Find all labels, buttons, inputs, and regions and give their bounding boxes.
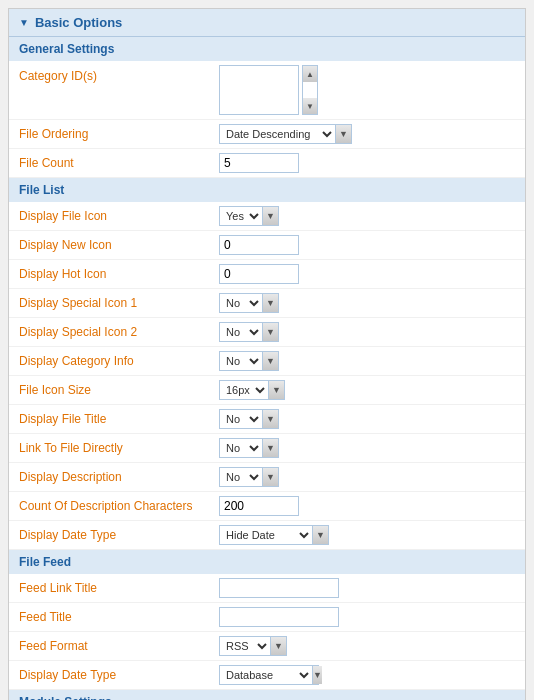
label-display-file-icon: Display File Icon — [19, 209, 219, 223]
control-count-description — [219, 496, 299, 516]
label-feed-link-title: Feed Link Title — [19, 581, 219, 595]
select-wrap-feed-format[interactable]: RSSAtom ▼ — [219, 636, 287, 656]
label-file-icon-size: File Icon Size — [19, 383, 219, 397]
form-row-display-description: Display Description NoYes ▼ — [9, 463, 525, 492]
select-wrap-special-icon1[interactable]: NoYes ▼ — [219, 293, 279, 313]
select-btn-display-file-icon[interactable]: ▼ — [262, 207, 278, 225]
control-feed-format: RSSAtom ▼ — [219, 636, 287, 656]
select-btn-special-icon1[interactable]: ▼ — [262, 294, 278, 312]
category-scroll-buttons: ▲ ▼ — [302, 65, 318, 115]
label-display-date-type-filelist: Display Date Type — [19, 528, 219, 542]
control-feed-link-title — [219, 578, 339, 598]
label-display-special-icon2: Display Special Icon 2 — [19, 325, 219, 339]
select-btn-display-description[interactable]: ▼ — [262, 468, 278, 486]
form-row-display-file-icon: Display File Icon YesNo ▼ — [9, 202, 525, 231]
select-btn-special-icon2[interactable]: ▼ — [262, 323, 278, 341]
form-row-feed-link-title: Feed Link Title — [9, 574, 525, 603]
form-row-file-count: File Count — [9, 149, 525, 178]
select-wrap-display-file-icon[interactable]: YesNo ▼ — [219, 206, 279, 226]
label-display-description: Display Description — [19, 470, 219, 484]
select-wrap-special-icon2[interactable]: NoYes ▼ — [219, 322, 279, 342]
form-row-file-ordering: File Ordering Date Descending Date Ascen… — [9, 120, 525, 149]
label-display-new-icon: Display New Icon — [19, 238, 219, 252]
label-file-ordering: File Ordering — [19, 127, 219, 141]
control-file-count — [219, 153, 299, 173]
label-feed-format: Feed Format — [19, 639, 219, 653]
section-general: General Settings — [9, 37, 525, 61]
select-btn-category-info[interactable]: ▼ — [262, 352, 278, 370]
label-link-to-file: Link To File Directly — [19, 441, 219, 455]
control-display-category-info: NoYes ▼ — [219, 351, 279, 371]
select-special-icon2[interactable]: NoYes — [220, 323, 262, 341]
form-row-category-ids: Category ID(s) ▲ ▼ — [9, 61, 525, 120]
select-wrap-display-description[interactable]: NoYes ▼ — [219, 467, 279, 487]
control-display-new-icon — [219, 235, 299, 255]
input-display-new-icon[interactable] — [219, 235, 299, 255]
category-scroll-box[interactable] — [219, 65, 299, 115]
select-display-description[interactable]: NoYes — [220, 468, 262, 486]
basic-options-panel: ▼ Basic Options General Settings Categor… — [8, 8, 526, 700]
control-link-to-file: NoYes ▼ — [219, 438, 279, 458]
select-wrap-file-icon-size[interactable]: 16px24px32px ▼ — [219, 380, 285, 400]
form-row-display-date-type-filelist: Display Date Type Hide DateCreated DateM… — [9, 521, 525, 550]
control-display-description: NoYes ▼ — [219, 467, 279, 487]
select-wrap-category-info[interactable]: NoYes ▼ — [219, 351, 279, 371]
label-count-description: Count Of Description Characters — [19, 499, 219, 513]
label-display-file-title: Display File Title — [19, 412, 219, 426]
label-category-ids: Category ID(s) — [19, 65, 219, 83]
select-date-type-feed[interactable]: DatabaseCreated DateModified Date — [220, 666, 312, 684]
collapse-icon[interactable]: ▼ — [19, 17, 29, 28]
select-btn-file-ordering[interactable]: ▼ — [335, 125, 351, 143]
form-row-feed-title: Feed Title — [9, 603, 525, 632]
select-btn-display-file-title[interactable]: ▼ — [262, 410, 278, 428]
form-row-count-description: Count Of Description Characters — [9, 492, 525, 521]
form-row-display-special-icon1: Display Special Icon 1 NoYes ▼ — [9, 289, 525, 318]
select-feed-format[interactable]: RSSAtom — [220, 637, 270, 655]
control-display-file-icon: YesNo ▼ — [219, 206, 279, 226]
select-btn-date-type-filelist[interactable]: ▼ — [312, 526, 328, 544]
control-display-file-title: NoYes ▼ — [219, 409, 279, 429]
control-display-special-icon2: NoYes ▼ — [219, 322, 279, 342]
select-link-to-file[interactable]: NoYes — [220, 439, 262, 457]
select-display-file-icon[interactable]: YesNo — [220, 207, 262, 225]
control-display-special-icon1: NoYes ▼ — [219, 293, 279, 313]
control-file-ordering: Date Descending Date Ascending Name Asce… — [219, 124, 352, 144]
form-row-file-icon-size: File Icon Size 16px24px32px ▼ — [9, 376, 525, 405]
select-btn-date-type-feed[interactable]: ▼ — [312, 666, 322, 684]
select-wrap-link-to-file[interactable]: NoYes ▼ — [219, 438, 279, 458]
label-file-count: File Count — [19, 156, 219, 170]
select-wrap-date-type-filelist[interactable]: Hide DateCreated DateModified Date ▼ — [219, 525, 329, 545]
select-btn-link-to-file[interactable]: ▼ — [262, 439, 278, 457]
control-feed-title — [219, 607, 339, 627]
select-wrap-date-type-feed[interactable]: DatabaseCreated DateModified Date ▼ — [219, 665, 319, 685]
select-wrap-file-ordering[interactable]: Date Descending Date Ascending Name Asce… — [219, 124, 352, 144]
input-file-count[interactable] — [219, 153, 299, 173]
control-display-date-type-feed: DatabaseCreated DateModified Date ▼ — [219, 665, 319, 685]
form-row-display-category-info: Display Category Info NoYes ▼ — [9, 347, 525, 376]
section-file-list: File List — [9, 178, 525, 202]
select-category-info[interactable]: NoYes — [220, 352, 262, 370]
select-display-file-title[interactable]: NoYes — [220, 410, 262, 428]
panel-title: Basic Options — [35, 15, 122, 30]
select-btn-file-icon-size[interactable]: ▼ — [268, 381, 284, 399]
form-row-display-date-type-feed: Display Date Type DatabaseCreated DateMo… — [9, 661, 525, 690]
input-count-description[interactable] — [219, 496, 299, 516]
select-btn-feed-format[interactable]: ▼ — [270, 637, 286, 655]
panel-header: ▼ Basic Options — [9, 9, 525, 37]
select-special-icon1[interactable]: NoYes — [220, 294, 262, 312]
input-feed-link-title[interactable] — [219, 578, 339, 598]
scroll-down-arrow[interactable]: ▼ — [303, 98, 317, 114]
form-row-display-new-icon: Display New Icon — [9, 231, 525, 260]
form-row-display-file-title: Display File Title NoYes ▼ — [9, 405, 525, 434]
input-display-hot-icon[interactable] — [219, 264, 299, 284]
scroll-up-arrow[interactable]: ▲ — [303, 66, 317, 82]
select-file-ordering[interactable]: Date Descending Date Ascending Name Asce… — [220, 125, 335, 143]
select-date-type-filelist[interactable]: Hide DateCreated DateModified Date — [220, 526, 312, 544]
control-display-date-type-filelist: Hide DateCreated DateModified Date ▼ — [219, 525, 329, 545]
form-row-feed-format: Feed Format RSSAtom ▼ — [9, 632, 525, 661]
section-module-settings: Module Settings — [9, 690, 525, 700]
select-file-icon-size[interactable]: 16px24px32px — [220, 381, 268, 399]
input-feed-title[interactable] — [219, 607, 339, 627]
label-feed-title: Feed Title — [19, 610, 219, 624]
select-wrap-display-file-title[interactable]: NoYes ▼ — [219, 409, 279, 429]
